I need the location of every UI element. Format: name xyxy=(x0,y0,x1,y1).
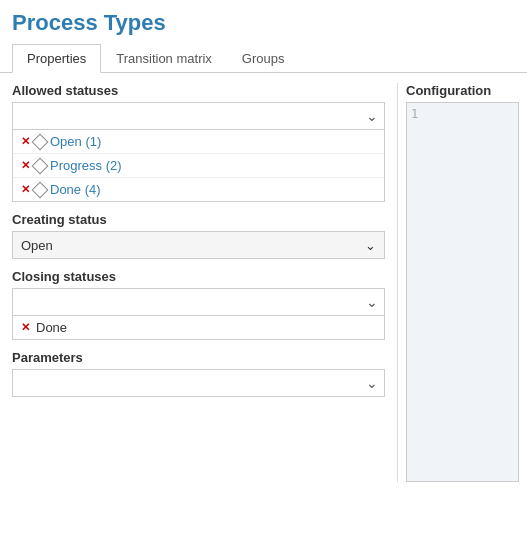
closing-statuses-list: ✕ Done xyxy=(12,316,385,340)
tabs-bar: Properties Transition matrix Groups xyxy=(0,44,527,73)
tab-transition-matrix[interactable]: Transition matrix xyxy=(101,44,227,73)
page-title: Process Types xyxy=(12,10,515,36)
config-line-1: 1 xyxy=(411,107,418,121)
tab-groups[interactable]: Groups xyxy=(227,44,300,73)
tab-properties[interactable]: Properties xyxy=(12,44,101,73)
left-panel: Allowed statuses ⌄ ✕ Open (1) ✕ Progress… xyxy=(0,83,397,482)
allowed-statuses-dropdown[interactable]: ⌄ xyxy=(12,102,385,130)
closing-done-name: Done xyxy=(36,320,67,335)
page-header: Process Types xyxy=(0,0,527,44)
status-done-name: Done xyxy=(50,182,81,197)
configuration-label: Configuration xyxy=(406,83,519,98)
allowed-statuses-list: ✕ Open (1) ✕ Progress (2) ✕ Done (4) xyxy=(12,130,385,202)
status-done-num: (4) xyxy=(85,182,101,197)
configuration-editor[interactable]: 1 xyxy=(406,102,519,482)
remove-progress-icon[interactable]: ✕ xyxy=(21,159,30,172)
creating-status-chevron-icon: ⌄ xyxy=(365,238,376,253)
status-open-num: (1) xyxy=(85,134,101,149)
status-progress-num: (2) xyxy=(106,158,122,173)
status-item-done: ✕ Done (4) xyxy=(13,178,384,201)
remove-open-icon[interactable]: ✕ xyxy=(21,135,30,148)
status-item-open: ✕ Open (1) xyxy=(13,130,384,154)
status-progress-name: Progress xyxy=(50,158,102,173)
parameters-dropdown[interactable]: ⌄ xyxy=(12,369,385,397)
creating-status-label: Creating status xyxy=(12,212,385,227)
parameters-label: Parameters xyxy=(12,350,385,365)
status-open-text: Open (1) xyxy=(50,134,101,149)
parameters-chevron-icon: ⌄ xyxy=(366,375,378,391)
closing-statuses-label: Closing statuses xyxy=(12,269,385,284)
status-progress-text: Progress (2) xyxy=(50,158,122,173)
creating-status-dropdown[interactable]: Open ⌄ xyxy=(12,231,385,259)
status-done-text: Done (4) xyxy=(50,182,101,197)
content-area: Allowed statuses ⌄ ✕ Open (1) ✕ Progress… xyxy=(0,73,527,482)
remove-done-icon[interactable]: ✕ xyxy=(21,183,30,196)
allowed-statuses-label: Allowed statuses xyxy=(12,83,385,98)
allowed-statuses-chevron-icon: ⌄ xyxy=(366,108,378,124)
diamond-open-icon xyxy=(32,133,49,150)
status-item-progress: ✕ Progress (2) xyxy=(13,154,384,178)
closing-item-done: ✕ Done xyxy=(13,316,384,339)
creating-status-value: Open xyxy=(21,238,53,253)
remove-closing-done-icon[interactable]: ✕ xyxy=(21,321,30,334)
right-panel: Configuration 1 xyxy=(397,83,527,482)
diamond-progress-icon xyxy=(32,157,49,174)
closing-statuses-dropdown[interactable]: ⌄ xyxy=(12,288,385,316)
diamond-done-icon xyxy=(32,181,49,198)
status-open-name: Open xyxy=(50,134,82,149)
closing-statuses-chevron-icon: ⌄ xyxy=(366,294,378,310)
